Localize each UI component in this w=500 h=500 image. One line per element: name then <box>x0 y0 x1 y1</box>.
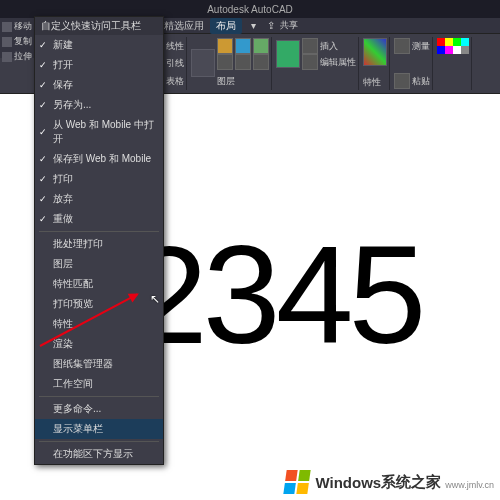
layer-icon[interactable] <box>217 38 233 54</box>
app-window: Autodesk AutoCAD 视图 精选应用 布局 ▾ ⇪ 共享 移动 复制… <box>0 0 500 500</box>
lock-icon[interactable] <box>253 38 269 54</box>
menu-item-5[interactable]: 保存到 Web 和 Mobile <box>35 149 163 169</box>
layeroff-icon[interactable] <box>235 54 251 70</box>
menu-item-15[interactable]: 图纸集管理器 <box>35 354 163 374</box>
create-icon[interactable] <box>302 38 318 54</box>
quick-access-customize-menu: 自定义快速访问工具栏 新建打开保存另存为...从 Web 和 Mobile 中打… <box>34 16 164 465</box>
share-icon[interactable]: ⇪ <box>264 20 278 32</box>
menu-item-10[interactable]: 图层 <box>35 254 163 274</box>
menu-item-19[interactable]: 在功能区下方显示 <box>35 444 163 464</box>
menu-item-4[interactable]: 从 Web 和 Mobile 中打开 <box>35 115 163 149</box>
ribbon-utils: 测量 粘贴 <box>392 37 433 90</box>
copy-icon <box>2 37 12 47</box>
measure-icon[interactable] <box>394 38 410 54</box>
share-label[interactable]: 共享 <box>280 19 298 32</box>
move-icon <box>2 22 12 32</box>
stretch-tool[interactable]: 拉伸 <box>2 50 34 63</box>
menu-item-16[interactable]: 工作空间 <box>35 374 163 394</box>
menu-header: 自定义快速访问工具栏 <box>35 17 163 35</box>
menu-apps[interactable]: 精选应用 <box>164 19 204 33</box>
left-tools-fragment: 移动 复制 拉伸 <box>0 18 36 58</box>
watermark: Windows 系统之家 www.jmlv.cn <box>285 470 494 494</box>
layer-big-icon[interactable] <box>191 49 215 77</box>
menu-separator <box>39 441 159 442</box>
layeriso-icon[interactable] <box>217 54 233 70</box>
windows-logo-icon <box>284 470 311 494</box>
freeze-icon[interactable] <box>235 38 251 54</box>
paste-icon[interactable] <box>394 73 410 89</box>
ribbon-layers: 图层 <box>189 37 272 90</box>
drawing-text: 2345 <box>130 214 421 376</box>
color-swatches[interactable] <box>437 38 469 54</box>
watermark-tag: 系统之家 <box>381 473 441 492</box>
menu-item-3[interactable]: 另存为... <box>35 95 163 115</box>
menu-separator <box>39 231 159 232</box>
menu-separator <box>39 396 159 397</box>
menu-item-7[interactable]: 放弃 <box>35 189 163 209</box>
app-title: Autodesk AutoCAD <box>207 4 293 15</box>
dropdown-arrow-icon[interactable]: ▾ <box>246 20 260 32</box>
watermark-url: www.jmlv.cn <box>445 480 494 490</box>
menu-item-11[interactable]: 特性匹配 <box>35 274 163 294</box>
menu-item-6[interactable]: 打印 <box>35 169 163 189</box>
menu-item-18[interactable]: 显示菜单栏 <box>35 419 163 439</box>
ribbon-colors <box>435 37 472 90</box>
insert-big-icon[interactable] <box>276 40 300 68</box>
menu-item-1[interactable]: 打开 <box>35 55 163 75</box>
menu-item-2[interactable]: 保存 <box>35 75 163 95</box>
menu-item-9[interactable]: 批处理打印 <box>35 234 163 254</box>
props-icon[interactable] <box>363 38 387 66</box>
layout-button[interactable]: 布局 <box>210 18 242 34</box>
menu-item-8[interactable]: 重做 <box>35 209 163 229</box>
menu-item-17[interactable]: 更多命令... <box>35 399 163 419</box>
watermark-brand: Windows <box>315 474 381 491</box>
menu-item-0[interactable]: 新建 <box>35 35 163 55</box>
menu-item-13[interactable]: 特性 <box>35 314 163 334</box>
menu-item-12[interactable]: 打印预览 <box>35 294 163 314</box>
ribbon-props: 特性 <box>361 37 390 90</box>
cursor-icon: ↖ <box>150 292 160 306</box>
stretch-icon <box>2 52 12 62</box>
edit-icon[interactable] <box>302 54 318 70</box>
ribbon-block: 插入 编辑属性 <box>274 37 359 90</box>
move-tool[interactable]: 移动 <box>2 20 34 33</box>
copy-tool[interactable]: 复制 <box>2 35 34 48</box>
laymatch-icon[interactable] <box>253 54 269 70</box>
